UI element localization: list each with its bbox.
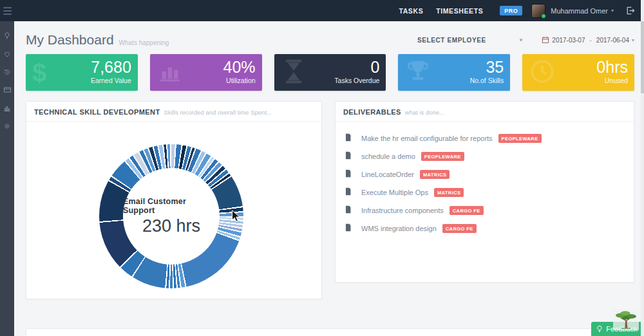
page-title: My Dashboard [26,32,114,48]
deliverable-text[interactable]: Make the hr email configurable for repor… [361,135,493,142]
pro-badge: PRO [500,6,522,15]
menu-hamburger-icon[interactable] [0,7,14,15]
user-name[interactable]: Muhammad Omer [551,7,608,15]
deliverable-row[interactable]: Infrastructure componentsCARGO FE [345,201,625,219]
document-icon [345,151,352,162]
document-icon [345,133,352,144]
lightbulb-icon[interactable] [3,32,12,40]
stat-label: Earned Value [32,77,131,84]
select-employee-dropdown[interactable]: SELECT EMPLOYEE [417,37,486,44]
user-avatar[interactable] [531,4,545,18]
deliverable-row[interactable]: schedule a demoPEOPLEWARE [345,147,625,165]
stat-card-utilization: 40%Utilization [150,54,262,91]
select-employee-caret-icon[interactable]: ▾ [520,37,523,43]
donut-center-value: 230 hrs [142,216,200,236]
stat-card-no-of-skills: 35No.of Skills [398,54,510,91]
deliverable-row[interactable]: Make the hr email configurable for repor… [345,129,625,147]
stat-label: Utilization [156,77,256,84]
scrollbar-track [641,0,644,336]
date-separator: - [589,37,591,44]
deliverables-list: Make the hr email configurable for repor… [336,122,634,241]
deliverable-text[interactable]: LineLocateOrder [361,171,414,178]
technical-skill-panel: TECHNICAL SKILL DEVELOPMENT Skills recor… [26,101,322,299]
deliverable-text[interactable]: schedule a demo [361,153,415,160]
donut-center: Email Customer Support 230 hrs [123,168,220,265]
deliverable-row[interactable]: Execute Multiple OpsMATRICS [345,183,625,201]
document-icon [345,169,352,180]
bar-chart-icon[interactable] [3,104,12,112]
scrollbar-thumb[interactable] [641,21,644,93]
heart-badge-icon[interactable] [3,50,12,58]
project-tag: CARGO FE [442,224,477,233]
main-content: My Dashboard Whats happening SELECT EMPL… [14,21,644,336]
project-tag: PEOPLEWARE [421,152,464,161]
deliverable-text[interactable]: Execute Multiple Ops [361,189,428,196]
date-from[interactable]: 2017-03-07 [552,37,585,44]
project-tag: MATRICS [434,188,464,197]
stats-row: $7,680Earned Value40%Utilization0Tasks O… [26,54,634,91]
document-icon [345,205,352,216]
stat-label: Unused [529,77,628,84]
project-tag: CARGO FE [450,206,484,215]
date-to[interactable]: 2017-06-04 [596,37,629,44]
gear-icon[interactable] [3,122,12,130]
skills-panel-subtitle: Skills recorded and overall time Spent..… [164,109,272,116]
nav-timesheets[interactable]: TIMESHEETS [436,7,483,15]
project-tag: PEOPLEWARE [498,134,542,143]
top-navbar: TASKS TIMESHEETS PRO Muhammad Omer ▾ [0,0,644,21]
skills-panel-title: TECHNICAL SKILL DEVELOPMENT [34,108,160,116]
date-range-picker[interactable]: 2017-03-07 - 2017-06-04 ▾ [542,36,634,44]
lightbulb-icon [596,325,603,333]
credit-card-icon[interactable] [3,86,12,94]
document-icon [345,187,352,198]
date-range-caret-icon[interactable]: ▾ [632,37,634,43]
deliverable-text[interactable]: Infrastructure components [361,207,444,214]
deliverables-panel: DELIVERABLES what is done... Make the hr… [335,101,634,283]
page-header: My Dashboard Whats happening SELECT EMPL… [14,21,644,48]
donut-center-label: Email Customer Support [123,197,220,215]
stat-label: No.of Skills [404,77,504,84]
project-tag: MATRICS [420,170,450,179]
deliverable-row[interactable]: WMS integration designCARGO FE [345,219,625,238]
deliverables-title: DELIVERABLES [343,108,401,116]
stat-card-tasks-overdue: 0Tasks Overdue [274,54,386,91]
skills-donut-chart[interactable]: Email Customer Support 230 hrs [99,144,243,288]
stat-card-earned-value: $7,680Earned Value [26,54,138,91]
stat-label: Tasks Overdue [281,77,380,84]
document-icon [345,223,352,234]
page-subtitle: Whats happening [119,34,169,46]
stat-value: 7,680 [32,58,131,77]
tree-logo [613,309,639,330]
nav-tasks[interactable]: TASKS [399,7,423,15]
logout-icon[interactable] [625,6,635,15]
left-sidebar [0,21,14,336]
deliverable-row[interactable]: LineLocateOrderMATRICS [345,165,625,183]
stat-card-unused: 0hrsUnused [522,54,634,91]
calendar-icon [542,36,549,44]
history-icon[interactable] [3,68,12,76]
user-menu-caret-icon[interactable]: ▾ [611,8,614,14]
deliverables-subtitle: what is done... [405,109,444,116]
next-panel-peek [26,328,634,336]
deliverable-text[interactable]: WMS integration design [361,225,437,232]
